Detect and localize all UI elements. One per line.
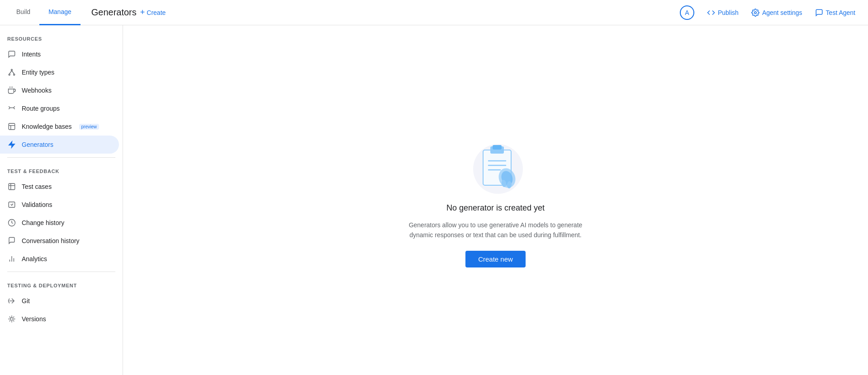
svg-point-2 <box>9 74 10 75</box>
entity-icon <box>7 68 16 77</box>
tab-manage[interactable]: Manage <box>39 0 81 25</box>
testing-deployment-section-label: TESTING & DEPLOYMENT <box>0 276 123 292</box>
sidebar-item-knowledge-bases[interactable]: Knowledge bases preview <box>0 117 119 136</box>
page-title: Generators <box>91 7 137 18</box>
svg-point-3 <box>14 74 15 75</box>
svg-marker-13 <box>9 141 15 148</box>
sidebar-item-versions[interactable]: Versions <box>0 310 119 328</box>
publish-label: Publish <box>718 9 739 16</box>
chat-icon <box>815 9 823 17</box>
sidebar-item-validations[interactable]: Validations <box>0 196 119 214</box>
settings-icon <box>751 9 759 17</box>
svg-rect-17 <box>9 202 15 207</box>
top-navigation: Build Manage Generators + Create A Publi… <box>0 0 868 25</box>
analytics-icon <box>7 254 16 263</box>
test-agent-label: Test Agent <box>826 9 855 16</box>
sidebar-item-webhooks[interactable]: Webhooks <box>0 81 119 99</box>
svg-rect-10 <box>9 123 15 130</box>
git-icon <box>7 296 16 305</box>
empty-illustration <box>464 133 527 196</box>
sidebar-item-conversation-history[interactable]: Conversation history <box>0 232 119 250</box>
agent-settings-label: Agent settings <box>762 9 802 16</box>
intents-label: Intents <box>22 51 41 58</box>
create-link[interactable]: + Create <box>140 8 166 17</box>
svg-line-4 <box>9 70 12 74</box>
route-groups-label: Route groups <box>22 105 60 112</box>
validations-icon <box>7 200 16 209</box>
create-new-button[interactable]: Create new <box>465 251 526 267</box>
publish-button[interactable]: Publish <box>702 6 744 19</box>
comment-icon <box>7 50 16 59</box>
change-history-label: Change history <box>22 219 64 226</box>
empty-state: No generator is created yet Generators a… <box>405 133 586 268</box>
plus-icon: + <box>140 8 145 17</box>
empty-state-description: Generators allow you to use generative A… <box>405 220 586 240</box>
svg-point-23 <box>10 318 13 320</box>
sidebar-item-intents[interactable]: Intents <box>0 45 119 63</box>
resources-section-label: RESOURCES <box>0 29 123 45</box>
create-link-label: Create <box>147 9 166 16</box>
knowledge-bases-label: Knowledge bases <box>22 123 72 130</box>
svg-point-1 <box>11 69 13 70</box>
sidebar-item-generators[interactable]: Generators <box>0 136 119 154</box>
top-nav-actions: A Publish Agent settings Test Agent <box>680 5 861 20</box>
generators-icon <box>7 140 16 149</box>
versions-label: Versions <box>22 315 46 323</box>
sidebar-item-analytics[interactable]: Analytics <box>0 250 119 268</box>
sidebar: RESOURCES Intents Entity types <box>0 25 123 375</box>
validations-label: Validations <box>22 201 52 208</box>
sidebar-item-route-groups[interactable]: Route groups <box>0 99 119 117</box>
svg-rect-14 <box>9 183 15 190</box>
main-layout: RESOURCES Intents Entity types <box>0 25 868 375</box>
divider-1 <box>7 157 115 158</box>
svg-line-5 <box>12 70 14 74</box>
svg-rect-29 <box>493 145 502 150</box>
code-icon <box>707 9 715 17</box>
agent-settings-button[interactable]: Agent settings <box>746 6 808 19</box>
sidebar-item-change-history[interactable]: Change history <box>0 214 119 232</box>
conversation-icon <box>7 236 16 245</box>
route-icon <box>7 104 16 113</box>
sidebar-item-entity-types[interactable]: Entity types <box>0 63 119 81</box>
preview-badge: preview <box>79 124 99 130</box>
entity-types-label: Entity types <box>22 69 54 76</box>
empty-state-title: No generator is created yet <box>446 203 545 213</box>
knowledge-icon <box>7 122 16 131</box>
generators-label: Generators <box>22 141 53 148</box>
content-area: No generator is created yet Generators a… <box>123 25 868 375</box>
svg-point-0 <box>754 11 757 14</box>
test-feedback-section-label: TEST & FEEDBACK <box>0 161 123 178</box>
test-cases-label: Test cases <box>22 183 52 190</box>
sidebar-item-test-cases[interactable]: Test cases <box>0 178 119 196</box>
tab-build[interactable]: Build <box>7 0 39 25</box>
analytics-label: Analytics <box>22 255 47 262</box>
history-icon <box>7 218 16 227</box>
sidebar-item-git[interactable]: Git <box>0 292 119 310</box>
git-label: Git <box>22 297 30 305</box>
webhook-icon <box>7 86 16 95</box>
test-icon <box>7 182 16 191</box>
webhooks-label: Webhooks <box>22 87 52 94</box>
nav-tabs: Build Manage <box>7 0 81 25</box>
versions-icon <box>7 314 16 323</box>
page-title-area: Generators + Create <box>91 7 680 18</box>
avatar[interactable]: A <box>680 5 694 20</box>
conversation-history-label: Conversation history <box>22 237 80 244</box>
test-agent-button[interactable]: Test Agent <box>810 6 861 19</box>
divider-2 <box>7 272 115 272</box>
